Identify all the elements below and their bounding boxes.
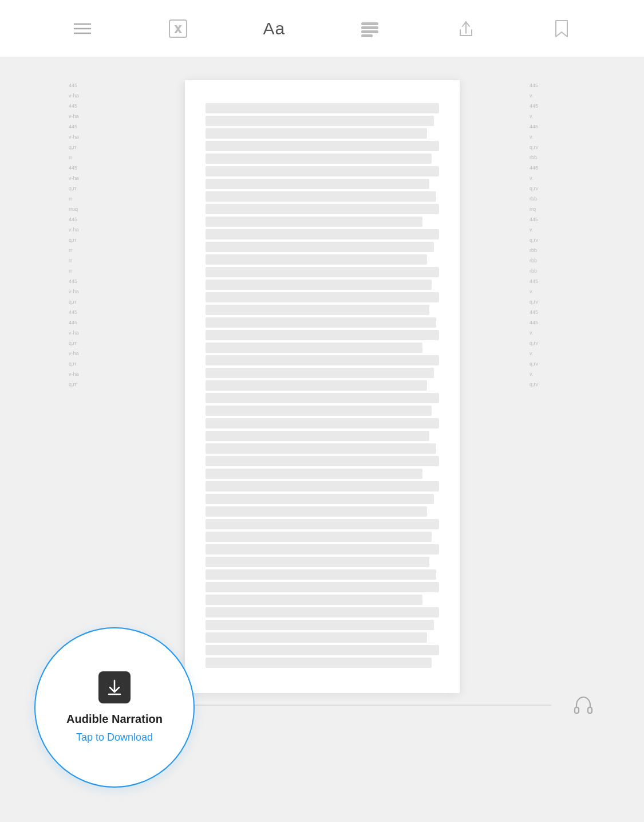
left-margin-note: q,rr xyxy=(69,359,114,369)
text-line xyxy=(206,280,432,290)
right-margin-note: rbb xyxy=(530,245,575,255)
download-button[interactable] xyxy=(98,671,131,703)
text-line xyxy=(206,456,439,466)
left-margin-note: q,rr xyxy=(69,183,114,194)
right-margin-note: rbb xyxy=(530,152,575,163)
right-margin-note: v. xyxy=(530,348,575,359)
right-margin-note: 445 xyxy=(530,121,575,132)
right-margin-note: v. xyxy=(530,225,575,235)
text-line xyxy=(206,544,439,554)
text-line xyxy=(206,254,428,265)
text-line xyxy=(206,103,439,113)
left-margin-note: 445 xyxy=(69,163,114,173)
left-margin-note: 445 xyxy=(69,214,114,225)
text-line xyxy=(206,431,430,441)
left-margin-note: v-ha xyxy=(69,369,114,379)
left-margin-note: rr xyxy=(69,255,114,266)
bookmark-icon[interactable] xyxy=(547,14,576,43)
left-margin-note: v-ha xyxy=(69,173,114,183)
right-margin-note: v. xyxy=(530,132,575,142)
left-margin-note: rr xyxy=(69,194,114,204)
text-line xyxy=(206,418,439,428)
right-margin-note: 445 xyxy=(530,317,575,328)
right-margin-note: v. xyxy=(530,91,575,101)
right-margin-note: v. xyxy=(530,369,575,379)
text-line xyxy=(206,443,437,454)
text-line xyxy=(206,368,434,378)
left-margin-note: 445 xyxy=(69,317,114,328)
text-line xyxy=(206,569,437,580)
right-margin-note: v. xyxy=(530,173,575,183)
toolbar: X Aa xyxy=(0,0,644,57)
right-margin-note: q,rv xyxy=(530,297,575,307)
left-margin-note: v-ha xyxy=(69,91,114,101)
text-line xyxy=(206,481,439,491)
text-line xyxy=(206,267,439,277)
left-margin-note: 445 xyxy=(69,307,114,317)
text-line xyxy=(206,532,432,542)
svg-rect-8 xyxy=(362,35,372,37)
text-line xyxy=(206,607,439,618)
narration-tap[interactable]: Tap to Download xyxy=(76,731,153,744)
list-icon[interactable] xyxy=(355,14,384,43)
left-margin-note: v-ha xyxy=(69,328,114,338)
text-line xyxy=(206,380,428,391)
text-line xyxy=(206,229,439,239)
text-line xyxy=(206,204,439,214)
left-margin-note: v-ha xyxy=(69,111,114,121)
text-line xyxy=(206,191,437,202)
text-line xyxy=(206,393,439,403)
left-margin-note: rruq xyxy=(69,204,114,214)
text-line xyxy=(206,406,432,416)
svg-text:X: X xyxy=(175,25,181,34)
narration-popup[interactable]: Audible Narration Tap to Download xyxy=(34,627,195,788)
menu-icon[interactable] xyxy=(68,14,97,43)
font-size-icon[interactable]: Aa xyxy=(260,14,289,43)
right-margin-note: v. xyxy=(530,328,575,338)
right-margin-note: rbb xyxy=(530,194,575,204)
left-margin-note: q,rr xyxy=(69,338,114,348)
left-margin-note: rr xyxy=(69,245,114,255)
left-margin-note: q,rr xyxy=(69,297,114,307)
left-margin-note: rr xyxy=(69,152,114,163)
left-margin-note: v-ha xyxy=(69,286,114,297)
text-line xyxy=(206,632,428,643)
text-line xyxy=(206,557,430,567)
text-line xyxy=(206,116,434,126)
text-line xyxy=(206,154,432,164)
left-margin-note: 445 xyxy=(69,101,114,111)
svg-rect-10 xyxy=(575,707,579,713)
share-icon[interactable] xyxy=(452,14,480,43)
right-margin-note: v. xyxy=(530,111,575,121)
left-margin-note: v-ha xyxy=(69,225,114,235)
svg-rect-7 xyxy=(362,31,378,33)
left-margin-note: q,rr xyxy=(69,142,114,152)
text-line xyxy=(206,469,422,479)
text-line xyxy=(206,242,434,252)
right-margin-note: 445 xyxy=(530,276,575,286)
right-margin-note: q,rv xyxy=(530,338,575,348)
left-margin-note: q,rr xyxy=(69,235,114,245)
right-margin-note: 445 xyxy=(530,163,575,173)
text-line xyxy=(206,519,439,529)
headphone-icon[interactable] xyxy=(568,690,598,720)
text-line xyxy=(206,658,432,668)
text-line xyxy=(206,217,422,227)
narration-inner: Audible Narration Tap to Download xyxy=(49,660,180,755)
svg-rect-6 xyxy=(362,27,378,29)
text-line xyxy=(206,128,428,139)
right-margin-note: rbb xyxy=(530,255,575,266)
right-margin-note: rrq xyxy=(530,204,575,214)
left-margin-note: 445 xyxy=(69,276,114,286)
text-line xyxy=(206,317,437,328)
right-margin-note: q,rv xyxy=(530,183,575,194)
text-line xyxy=(206,305,430,315)
font-x-icon[interactable]: X xyxy=(164,14,192,43)
right-margin-note: rbb xyxy=(530,266,575,276)
text-line xyxy=(206,355,439,365)
left-margin-note: 445 xyxy=(69,80,114,91)
text-line xyxy=(206,620,434,630)
right-margin: 445v.445v.445v.q,rvrbb445v.q,rvrbbrrq445… xyxy=(530,80,575,390)
right-margin-note: q,rv xyxy=(530,379,575,390)
text-line xyxy=(206,166,439,176)
